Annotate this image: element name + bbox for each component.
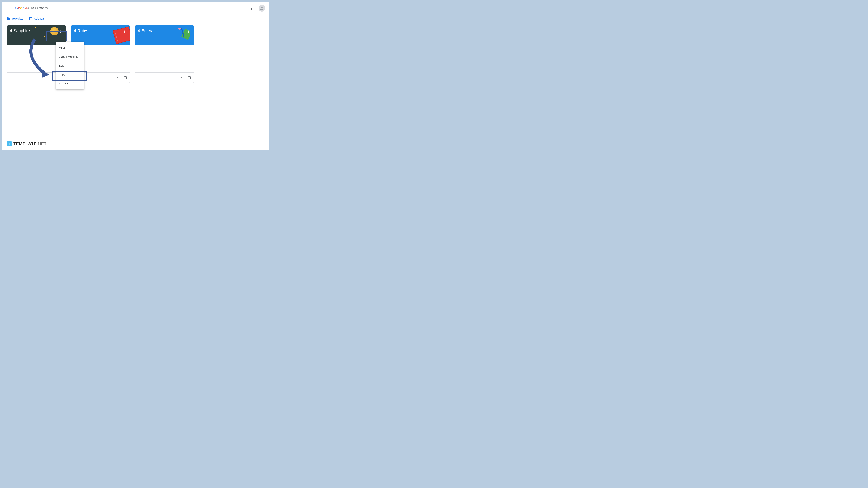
menu-item-archive[interactable]: Archive — [56, 79, 84, 88]
watermark-bold: TEMPLATE — [13, 141, 37, 146]
person-icon — [260, 6, 264, 10]
card-options-button[interactable] — [57, 28, 65, 35]
card-body — [135, 45, 194, 72]
trending-button[interactable] — [178, 75, 183, 80]
card-header: 4-Emerald 3 — [135, 26, 194, 45]
more-vert-icon — [187, 29, 191, 34]
cards-area: 4-Sapphire 3 4-Ruby — [2, 23, 269, 85]
menu-item-copy-invite[interactable]: Copy invite link — [56, 52, 84, 61]
menu-item-copy[interactable]: Copy — [56, 70, 84, 79]
subheader: To review Calendar — [2, 14, 269, 23]
folder-button[interactable] — [187, 75, 191, 80]
calendar-label: Calendar — [34, 17, 44, 20]
apps-button[interactable] — [248, 4, 257, 13]
context-menu: Move Copy invite link Edit Copy Archive — [56, 42, 84, 89]
calendar-link[interactable]: Calendar — [29, 17, 44, 21]
account-button[interactable] — [257, 4, 266, 13]
watermark-text: TEMPLATE.NET — [13, 141, 47, 146]
create-button[interactable] — [240, 4, 248, 13]
trending-icon — [178, 75, 183, 80]
app-window: Google Classroom To review Calendar — [2, 2, 269, 150]
folder-icon — [123, 75, 127, 80]
card-footer — [135, 72, 194, 83]
main-menu-button[interactable] — [5, 4, 14, 13]
watermark-icon: T — [7, 141, 12, 147]
card-subtitle: 3 — [10, 34, 63, 36]
trending-icon — [114, 75, 119, 80]
class-card-emerald[interactable]: 4-Emerald 3 — [135, 25, 194, 83]
calendar-icon — [29, 17, 33, 21]
to-review-label: To review — [12, 17, 23, 20]
plus-icon — [242, 6, 246, 10]
avatar — [258, 5, 265, 11]
hamburger-icon — [7, 6, 12, 10]
trending-button[interactable] — [114, 75, 119, 80]
to-review-link[interactable]: To review — [7, 17, 23, 21]
review-folder-icon — [7, 17, 10, 21]
more-vert-icon — [123, 29, 127, 34]
card-subtitle: 3 — [138, 34, 191, 36]
card-options-button[interactable] — [185, 28, 192, 35]
folder-button[interactable] — [123, 75, 127, 80]
watermark-light: .NET — [37, 141, 47, 146]
logo: Google Classroom — [15, 6, 48, 10]
menu-item-move[interactable]: Move — [56, 43, 84, 52]
header: Google Classroom — [2, 2, 269, 14]
more-vert-icon — [59, 29, 63, 34]
folder-icon — [187, 75, 191, 80]
logo-google: Google — [15, 6, 28, 10]
card-options-button[interactable] — [121, 28, 128, 35]
logo-classroom: Classroom — [28, 6, 48, 10]
menu-item-edit[interactable]: Edit — [56, 61, 84, 70]
watermark: T TEMPLATE.NET — [7, 141, 47, 147]
svg-rect-2 — [178, 28, 181, 30]
apps-grid-icon — [251, 6, 255, 10]
